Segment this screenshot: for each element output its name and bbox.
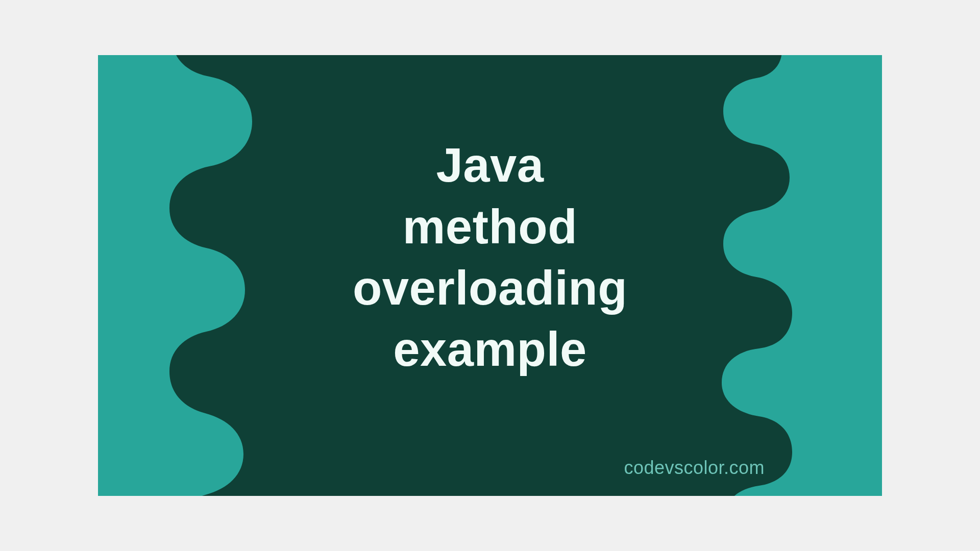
banner-title: Java method overloading example: [353, 135, 627, 381]
banner-graphic: Java method overloading example codevsco…: [98, 55, 882, 496]
banner-watermark: codevscolor.com: [624, 457, 765, 479]
